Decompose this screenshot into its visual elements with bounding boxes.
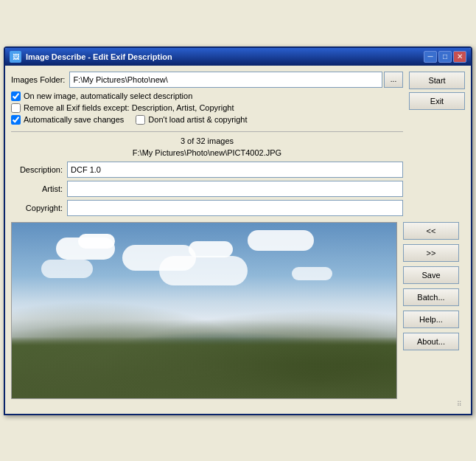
cloud-8 <box>292 267 332 280</box>
batch-button[interactable]: Batch... <box>403 288 459 306</box>
save-button[interactable]: Save <box>403 266 459 284</box>
bottom-checks-row: Automatically save changes Don't load ar… <box>11 115 403 127</box>
auto-save-row: Automatically save changes <box>11 115 124 125</box>
copyright-input[interactable] <box>67 200 403 216</box>
close-button[interactable]: ✕ <box>453 51 466 63</box>
artist-row: Artist: <box>11 181 403 197</box>
artist-label: Artist: <box>11 184 63 193</box>
auto-save-label: Automatically save changes <box>24 115 124 124</box>
cloud-7 <box>159 256 248 285</box>
auto-select-label: On new image, automatically select descr… <box>24 91 192 100</box>
auto-select-row: On new image, automatically select descr… <box>11 91 403 101</box>
remove-all-checkbox[interactable] <box>11 103 21 113</box>
title-controls: ─ □ ✕ <box>424 51 466 63</box>
image-container <box>11 222 397 399</box>
divider-1 <box>11 131 403 132</box>
about-button[interactable]: About... <box>403 333 459 350</box>
exit-button[interactable]: Exit <box>409 92 465 110</box>
resize-grip[interactable]: ⠿ <box>11 399 465 408</box>
side-buttons: << >> Save Batch... Help... About... <box>403 222 465 399</box>
start-button[interactable]: Start <box>409 72 465 89</box>
folder-input[interactable] <box>69 72 382 88</box>
copyright-row: Copyright: <box>11 200 403 216</box>
artist-input[interactable] <box>67 181 403 197</box>
maximize-button[interactable]: □ <box>438 51 452 63</box>
image-count: 3 of 32 images <box>11 136 403 145</box>
help-button[interactable]: Help... <box>403 311 459 328</box>
cloud-4 <box>189 241 233 257</box>
title-bar-left: 🖼 Image Describe - Edit Exif Description <box>10 51 172 63</box>
dont-load-checkbox[interactable] <box>136 115 145 125</box>
window-title: Image Describe - Edit Exif Description <box>26 52 172 61</box>
image-preview <box>12 223 396 398</box>
folder-row: Images Folder: ... <box>11 72 403 88</box>
browse-button[interactable]: ... <box>384 72 403 88</box>
auto-save-checkbox[interactable] <box>11 115 21 125</box>
description-row: Description: <box>11 162 403 178</box>
auto-select-checkbox[interactable] <box>11 91 21 101</box>
minimize-button[interactable]: ─ <box>424 51 437 63</box>
main-window: 🖼 Image Describe - Edit Exif Description… <box>4 46 472 415</box>
remove-all-row: Remove all Exif fields except: Descripti… <box>11 103 403 113</box>
copyright-label: Copyright: <box>11 204 63 212</box>
app-icon: 🖼 <box>10 51 21 63</box>
image-path: F:\My Pictures\Photo\new\PICT4002.JPG <box>11 148 403 157</box>
description-input[interactable] <box>67 162 403 178</box>
prev-button[interactable]: << <box>403 222 459 240</box>
main-area: << >> Save Batch... Help... About... <box>11 222 465 399</box>
folder-label: Images Folder: <box>11 75 65 84</box>
remove-all-label: Remove all Exif fields except: Descripti… <box>24 103 234 112</box>
dont-load-row: Don't load artist & copyright <box>136 115 247 125</box>
window-body: Images Folder: ... On new image, automat… <box>5 66 471 414</box>
top-right-buttons: Start Exit <box>409 72 465 110</box>
dont-load-label: Don't load artist & copyright <box>148 115 247 124</box>
cloud-2 <box>78 234 115 249</box>
next-button[interactable]: >> <box>403 244 459 262</box>
description-label: Description: <box>11 165 63 174</box>
cloud-5 <box>248 230 314 251</box>
left-panel: Images Folder: ... On new image, automat… <box>11 72 403 219</box>
title-bar: 🖼 Image Describe - Edit Exif Description… <box>5 48 471 66</box>
cloud-6 <box>41 260 93 278</box>
